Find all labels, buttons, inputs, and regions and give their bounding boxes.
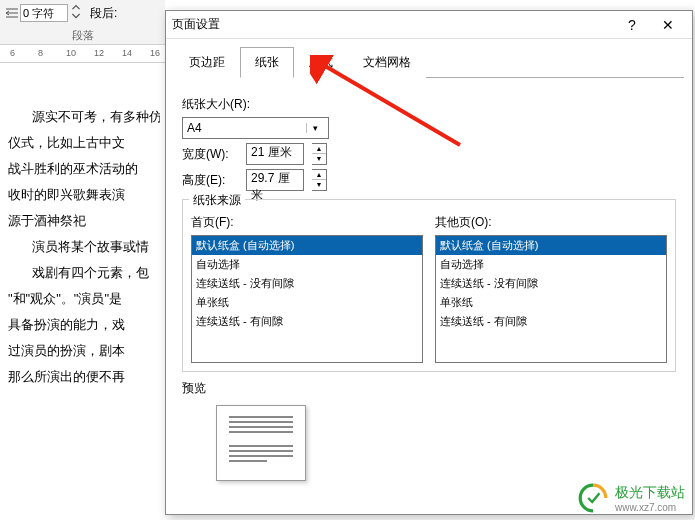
paper-size-select[interactable]: A4 ▾ xyxy=(182,117,329,139)
help-button[interactable]: ? xyxy=(614,12,650,38)
doc-line: 源于酒神祭祀 xyxy=(8,208,160,234)
preview-thumbnail xyxy=(216,405,306,481)
list-item[interactable]: 连续送纸 - 有间隙 xyxy=(192,312,422,331)
document-body[interactable]: 源实不可考，有多种仿 仪式，比如上古中文 战斗胜利的巫术活动的 收时的即兴歌舞表… xyxy=(4,100,164,394)
doc-line: 收时的即兴歌舞表演 xyxy=(8,182,160,208)
list-item[interactable]: 默认纸盒 (自动选择) xyxy=(192,236,422,255)
preview-label: 预览 xyxy=(182,380,676,397)
first-page-listbox[interactable]: 默认纸盒 (自动选择) 自动选择 连续送纸 - 没有间隙 单张纸 连续送纸 - … xyxy=(191,235,423,363)
list-item[interactable]: 单张纸 xyxy=(192,293,422,312)
ribbon-group-label: 段落 xyxy=(0,26,165,43)
doc-line: 战斗胜利的巫术活动的 xyxy=(8,156,160,182)
doc-line: 过演员的扮演，剧本 xyxy=(8,338,160,364)
doc-line: 那么所演出的便不再 xyxy=(8,364,160,390)
watermark: 极光下载站 www.xz7.com xyxy=(577,482,685,514)
indent-left-icon xyxy=(6,7,18,19)
paper-size-label: 纸张大小(R): xyxy=(182,96,676,113)
line-after-label: 段后: xyxy=(90,5,117,22)
dialog-title: 页面设置 xyxy=(172,16,220,33)
height-label: 高度(E): xyxy=(182,172,238,189)
list-item[interactable]: 连续送纸 - 有间隙 xyxy=(436,312,666,331)
doc-line: 具备扮演的能力，戏 xyxy=(8,312,160,338)
watermark-url: www.xz7.com xyxy=(615,502,685,513)
doc-line: 演员将某个故事或情 xyxy=(8,234,160,260)
other-page-listbox[interactable]: 默认纸盒 (自动选择) 自动选择 连续送纸 - 没有间隙 单张纸 连续送纸 - … xyxy=(435,235,667,363)
tab-layout[interactable]: 版式 xyxy=(294,47,348,78)
width-spinner[interactable]: ▲▼ xyxy=(312,143,327,165)
indent-before-input[interactable] xyxy=(20,4,68,22)
list-item[interactable]: 默认纸盒 (自动选择) xyxy=(436,236,666,255)
width-input[interactable]: 21 厘米 xyxy=(246,143,304,165)
page-setup-dialog: 页面设置 ? ✕ 页边距 纸张 版式 文档网格 纸张大小(R): A4 ▾ 宽度… xyxy=(165,10,693,515)
watermark-name: 极光下载站 xyxy=(615,484,685,502)
first-page-label: 首页(F): xyxy=(191,214,423,231)
tab-grid[interactable]: 文档网格 xyxy=(348,47,426,78)
tab-margins[interactable]: 页边距 xyxy=(174,47,240,78)
doc-line: 戏剧有四个元素，包 xyxy=(8,260,160,286)
dialog-tabs: 页边距 纸张 版式 文档网格 xyxy=(166,39,692,78)
list-item[interactable]: 自动选择 xyxy=(436,255,666,274)
ruler: 6 8 10 12 14 16 xyxy=(0,45,165,63)
height-spinner[interactable]: ▲▼ xyxy=(312,169,327,191)
paper-source-legend: 纸张来源 xyxy=(189,192,245,209)
doc-line: 源实不可考，有多种仿 xyxy=(8,104,160,130)
close-button[interactable]: ✕ xyxy=(650,12,686,38)
list-item[interactable]: 单张纸 xyxy=(436,293,666,312)
doc-line: "和"观众"。"演员"是 xyxy=(8,286,160,312)
doc-line: 仪式，比如上古中文 xyxy=(8,130,160,156)
list-item[interactable]: 自动选择 xyxy=(192,255,422,274)
width-label: 宽度(W): xyxy=(182,146,238,163)
dialog-titlebar: 页面设置 ? ✕ xyxy=(166,11,692,39)
logo-icon xyxy=(577,482,609,514)
tab-paper[interactable]: 纸张 xyxy=(240,47,294,78)
height-input[interactable]: 29.7 厘米 xyxy=(246,169,304,191)
other-page-label: 其他页(O): xyxy=(435,214,667,231)
list-item[interactable]: 连续送纸 - 没有间隙 xyxy=(436,274,666,293)
spinner-icon[interactable] xyxy=(70,2,82,24)
chevron-down-icon: ▾ xyxy=(306,123,324,133)
list-item[interactable]: 连续送纸 - 没有间隙 xyxy=(192,274,422,293)
